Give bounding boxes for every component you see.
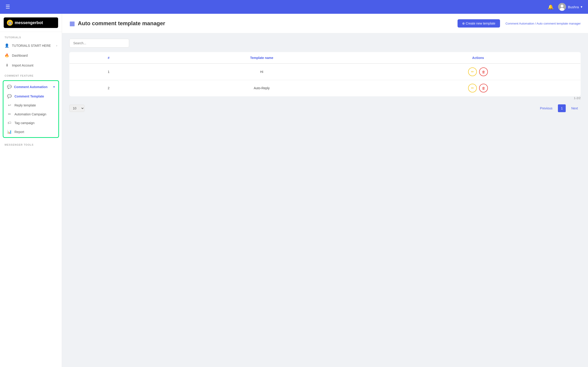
- comment-template-icon: 💬: [7, 94, 12, 98]
- dashboard-icon: 🔥: [5, 53, 9, 58]
- cell-actions: ✏🗑: [376, 80, 581, 96]
- cell-template-name: Hi: [148, 64, 376, 80]
- pagination-area: 10 25 50 100 Previous 1 Next: [69, 104, 581, 112]
- comment-template-label: Comment Template: [15, 94, 44, 98]
- logo-text: messengerbot: [15, 20, 43, 25]
- automation-campaign-label: Automation Campaign: [15, 112, 46, 116]
- edit-button[interactable]: ✏: [468, 84, 477, 92]
- section-title-tutorials: TUTORIALS: [0, 32, 62, 41]
- comment-automation-icon: 💬: [7, 85, 12, 89]
- record-count: 1-2/2: [69, 96, 581, 100]
- logo-area: 🤖 messengerbot: [0, 14, 62, 32]
- actions-cell: ✏🗑: [380, 84, 576, 92]
- navbar-right: 🔔 Bushra ▾: [548, 3, 582, 11]
- reply-template-icon: ↩: [7, 103, 12, 107]
- user-dropdown-icon: ▾: [581, 5, 582, 9]
- cell-actions: ✏🗑: [376, 64, 581, 80]
- per-page-select[interactable]: 10 25 50 100: [69, 105, 85, 112]
- comment-automation-parent[interactable]: 💬 Comment Automation ▾: [3, 82, 58, 92]
- sidebar-item-tutorials-start[interactable]: 👤 TUTORIALS START HERE ›: [0, 41, 62, 50]
- col-header-actions: Actions: [376, 52, 581, 64]
- user-menu[interactable]: Bushra ▾: [558, 3, 582, 11]
- comment-automation-label: Comment Automation: [14, 85, 48, 89]
- sidebar-item-import-account[interactable]: ⬇ Import Account: [0, 60, 62, 70]
- avatar: [558, 3, 566, 11]
- search-input[interactable]: [69, 39, 129, 48]
- cell-row-number: 1: [69, 64, 148, 80]
- section-title-messenger-tools: MESSENGER TOOLS: [0, 139, 62, 148]
- comment-feature-box: 💬 Comment Automation ▾ 💬 Comment Templat…: [3, 80, 59, 138]
- page-title-area: ▦ Auto comment template manager: [69, 20, 165, 27]
- data-table: # Template name Actions 1Hi✏🗑2Auto-Reply…: [69, 52, 581, 96]
- import-icon: ⬇: [5, 63, 9, 67]
- bell-icon[interactable]: 🔔: [548, 4, 553, 10]
- col-header-number: #: [69, 52, 148, 64]
- svg-point-1: [561, 5, 563, 7]
- tag-campaign-icon: 🏷: [7, 121, 12, 125]
- section-title-comment-feature: COMMENT FEATURE: [0, 70, 62, 79]
- delete-button[interactable]: 🗑: [479, 67, 488, 76]
- import-account-label: Import Account: [12, 64, 33, 67]
- reply-template-label: Reply template: [15, 103, 36, 107]
- next-button[interactable]: Next: [569, 105, 581, 112]
- content-area: ▦ Auto comment template manager ⊕ Create…: [62, 14, 588, 367]
- cell-row-number: 2: [69, 80, 148, 96]
- sidebar-item-reply-template[interactable]: ↩ Reply template: [3, 101, 58, 110]
- logo-badge: 🤖: [7, 20, 13, 26]
- cell-template-name: Auto-Reply: [148, 80, 376, 96]
- sidebar-item-dashboard[interactable]: 🔥 Dashboard: [0, 50, 62, 60]
- sidebar-item-tag-campaign[interactable]: 🏷 Tag campaign: [3, 119, 58, 127]
- col-header-template-name: Template name: [148, 52, 376, 64]
- page-title: Auto comment template manager: [78, 20, 165, 27]
- breadcrumb: Comment Automation / Auto comment templa…: [506, 22, 581, 25]
- report-label: Report: [15, 130, 24, 134]
- page-header-right: ⊕ Create new template Comment Automation…: [458, 19, 581, 27]
- per-page-area: 10 25 50 100: [69, 105, 85, 112]
- tag-campaign-label: Tag campaign: [15, 121, 35, 125]
- content-body: # Template name Actions 1Hi✏🗑2Auto-Reply…: [62, 33, 588, 118]
- breadcrumb-parent: Comment Automation: [506, 22, 534, 25]
- username-label: Bushra: [568, 5, 579, 9]
- table-header-row: # Template name Actions: [69, 52, 581, 64]
- sidebar: 🤖 messengerbot TUTORIALS 👤 TUTORIALS STA…: [0, 14, 62, 367]
- breadcrumb-current: Auto comment template manager: [536, 22, 581, 25]
- delete-button[interactable]: 🗑: [479, 84, 488, 92]
- edit-button[interactable]: ✏: [468, 67, 477, 76]
- page-title-icon: ▦: [69, 20, 75, 27]
- tutorials-arrow: ›: [56, 44, 57, 47]
- hamburger-icon[interactable]: ☰: [6, 4, 10, 10]
- sidebar-item-comment-template[interactable]: 💬 Comment Template: [3, 92, 58, 101]
- page-header: ▦ Auto comment template manager ⊕ Create…: [62, 14, 588, 33]
- navbar: ☰ 🔔 Bushra ▾: [0, 0, 588, 14]
- sidebar-item-automation-campaign[interactable]: ✏ Automation Campaign: [3, 110, 58, 119]
- navbar-left: ☰: [6, 4, 10, 10]
- sidebar-item-report[interactable]: 📊 Report: [3, 127, 58, 136]
- main-layout: 🤖 messengerbot TUTORIALS 👤 TUTORIALS STA…: [0, 14, 588, 367]
- dashboard-label: Dashboard: [12, 54, 28, 57]
- parent-item-left: 💬 Comment Automation: [7, 85, 48, 89]
- tutorials-label: TUTORIALS START HERE: [12, 44, 51, 48]
- chevron-down-icon: ▾: [53, 85, 55, 89]
- tutorials-icon: 👤: [5, 43, 9, 48]
- automation-campaign-icon: ✏: [7, 112, 12, 116]
- current-page[interactable]: 1: [558, 104, 566, 112]
- actions-cell: ✏🗑: [380, 67, 576, 76]
- table-row: 2Auto-Reply✏🗑: [69, 80, 581, 96]
- create-new-template-button[interactable]: ⊕ Create new template: [458, 19, 500, 27]
- previous-button[interactable]: Previous: [537, 105, 555, 112]
- pagination-controls: Previous 1 Next: [537, 104, 581, 112]
- logo-box: 🤖 messengerbot: [4, 17, 58, 28]
- report-icon: 📊: [7, 130, 12, 134]
- table-row: 1Hi✏🗑: [69, 64, 581, 80]
